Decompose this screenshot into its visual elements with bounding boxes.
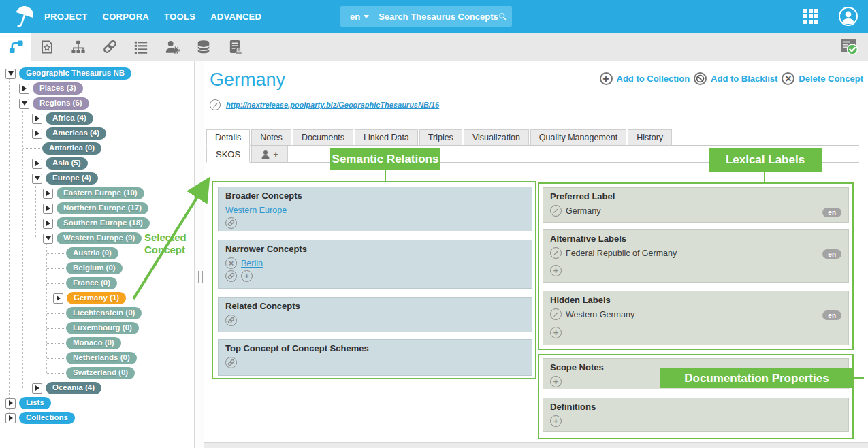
- tab-details[interactable]: Details: [206, 129, 250, 146]
- broader-concept-link[interactable]: Western Europe: [225, 206, 287, 215]
- tree-node-western-europe[interactable]: Western Europe (9): [57, 232, 142, 245]
- link-concept-icon[interactable]: [225, 270, 237, 282]
- tree-toggle[interactable]: [43, 189, 53, 199]
- tree-node-luxembourg[interactable]: Luxembourg (0): [66, 322, 139, 335]
- tree-toggle[interactable]: [43, 219, 53, 229]
- menu-tools[interactable]: TOOLS: [164, 12, 195, 22]
- remove-narrower-icon[interactable]: [225, 257, 237, 269]
- tab-history[interactable]: History: [628, 129, 672, 145]
- box-title: Preferred Label: [550, 191, 841, 202]
- pencil-icon[interactable]: [550, 308, 562, 320]
- tree-node-liechtenstein[interactable]: Liechtenstein (0): [66, 307, 142, 320]
- plus-glyph: +: [273, 146, 278, 162]
- tree-node-austria[interactable]: Austria (0): [66, 247, 118, 260]
- add-to-blacklist-icon[interactable]: [694, 72, 707, 85]
- concept-uri-link[interactable]: http://nextrelease.poolparty.biz/Geograp…: [226, 101, 439, 109]
- apps-grid-icon[interactable]: [803, 9, 818, 24]
- tree-toggle[interactable]: [5, 413, 16, 423]
- search-input[interactable]: en Search Thesaurus Concepts: [340, 6, 512, 27]
- link-concept-icon[interactable]: [225, 315, 237, 326]
- link-concept-icon[interactable]: [225, 217, 237, 229]
- hierarchy-icon[interactable]: [63, 33, 94, 61]
- add-to-blacklist-button[interactable]: Add to Blacklist: [711, 74, 777, 84]
- link-icon[interactable]: [94, 33, 125, 61]
- tree-toggle[interactable]: [19, 84, 29, 94]
- tree-node-thesaurus-root[interactable]: Geographic Thesaurus NB: [19, 67, 131, 80]
- tree-node-oceania[interactable]: Oceania (4): [46, 382, 101, 395]
- panel-splitter[interactable]: [195, 61, 204, 448]
- tree-node-belgium[interactable]: Belgium (0): [66, 262, 123, 275]
- add-scope-note-icon[interactable]: [550, 376, 562, 387]
- tree-node-monaco[interactable]: Monaco (0): [66, 337, 121, 350]
- pencil-icon[interactable]: [210, 99, 221, 110]
- tree-node-germany-selected[interactable]: Germany (1): [67, 292, 126, 305]
- tree-node-netherlands[interactable]: Netherlands (0): [66, 352, 137, 365]
- tree-node-southern-europe[interactable]: Southern Europe (18): [57, 217, 150, 230]
- tree-node-asia[interactable]: Asia (5): [46, 157, 88, 170]
- tree-toggle[interactable]: [43, 204, 53, 214]
- menu-project[interactable]: PROJECT: [44, 12, 88, 22]
- search-icon[interactable]: [498, 10, 507, 23]
- link-concept-icon[interactable]: [225, 357, 237, 368]
- user-settings-icon[interactable]: [157, 33, 188, 61]
- tab-notes[interactable]: Notes: [251, 129, 291, 145]
- tree-node-regions[interactable]: Regions (6): [33, 97, 89, 110]
- tab-quality-management[interactable]: Quality Management: [530, 129, 626, 145]
- add-to-collection-icon[interactable]: +: [600, 72, 613, 85]
- tree-node-places[interactable]: Places (3): [33, 82, 83, 95]
- tree-toggle[interactable]: [32, 383, 42, 394]
- tree-node-africa[interactable]: Africa (4): [46, 112, 93, 125]
- database-icon[interactable]: [188, 33, 219, 61]
- splitter-grip-icon[interactable]: [198, 271, 203, 283]
- tree-node-europe[interactable]: Europe (4): [46, 172, 98, 185]
- user-avatar-icon[interactable]: [839, 7, 858, 26]
- concept-tree-icon[interactable]: [0, 33, 31, 61]
- tree-node-switzerland[interactable]: Switzerland (0): [66, 367, 135, 380]
- tree-node-eastern-europe[interactable]: Eastern Europe (10): [57, 187, 144, 200]
- repository-user-icon[interactable]: [219, 33, 251, 61]
- tree-node-lists[interactable]: Lists: [19, 397, 51, 410]
- tree-toggle[interactable]: [43, 234, 53, 244]
- horizontal-scrollbar-track[interactable]: [204, 442, 868, 448]
- tree-toggle[interactable]: [19, 99, 29, 109]
- tree-node-france[interactable]: France (0): [66, 277, 117, 290]
- tab-triples[interactable]: Triples: [419, 129, 462, 145]
- tree-toggle[interactable]: [53, 293, 63, 304]
- add-to-collection-button[interactable]: Add to Collection: [617, 74, 690, 84]
- list-icon[interactable]: [125, 33, 157, 61]
- tab-documents[interactable]: Documents: [293, 129, 353, 145]
- delete-concept-icon[interactable]: ×: [782, 72, 794, 85]
- tree-toggle[interactable]: [32, 129, 42, 139]
- pencil-icon[interactable]: [550, 205, 562, 217]
- menu-advanced[interactable]: ADVANCED: [210, 12, 261, 22]
- tree-toggle[interactable]: [32, 114, 42, 124]
- subtab-add-user-view[interactable]: +: [251, 146, 288, 162]
- search-language-select[interactable]: en: [350, 12, 360, 22]
- tree-node-northern-europe[interactable]: Northern Europe (17): [57, 202, 148, 215]
- tree-toggle[interactable]: [5, 398, 16, 409]
- document-star-icon[interactable]: [31, 33, 63, 61]
- subtab-skos[interactable]: SKOS: [206, 146, 250, 163]
- add-definition-icon[interactable]: [550, 415, 562, 427]
- tree-toggle[interactable]: [32, 159, 42, 169]
- add-alternative-label-icon[interactable]: [550, 265, 562, 276]
- tree-node-antartica[interactable]: Antartica (0): [42, 142, 101, 155]
- tree-node-collections[interactable]: Collections: [19, 412, 75, 425]
- add-hidden-label-icon[interactable]: [550, 327, 562, 338]
- menu-corpora[interactable]: CORPORA: [103, 12, 150, 22]
- tab-visualization[interactable]: Visualization: [464, 129, 529, 145]
- annotation-connector: [385, 170, 386, 182]
- narrower-concept-link[interactable]: Berlin: [241, 259, 263, 268]
- tab-linked-data[interactable]: Linked Data: [355, 129, 418, 145]
- definitions-box: Definitions: [543, 398, 849, 432]
- quality-status-icon[interactable]: [839, 37, 858, 56]
- main-menu: PROJECT CORPORA TOOLS ADVANCED: [44, 0, 261, 33]
- poolparty-umbrella-logo[interactable]: [12, 4, 37, 30]
- pencil-icon[interactable]: [550, 247, 562, 259]
- tree-toggle[interactable]: [5, 69, 16, 79]
- narrower-concepts-box: Narrower Concepts Berlin: [218, 240, 532, 289]
- tree-node-americas[interactable]: Americas (4): [46, 127, 106, 140]
- add-narrower-icon[interactable]: [241, 270, 253, 282]
- delete-concept-button[interactable]: Delete Concept: [799, 74, 863, 84]
- tree-toggle[interactable]: [32, 174, 42, 184]
